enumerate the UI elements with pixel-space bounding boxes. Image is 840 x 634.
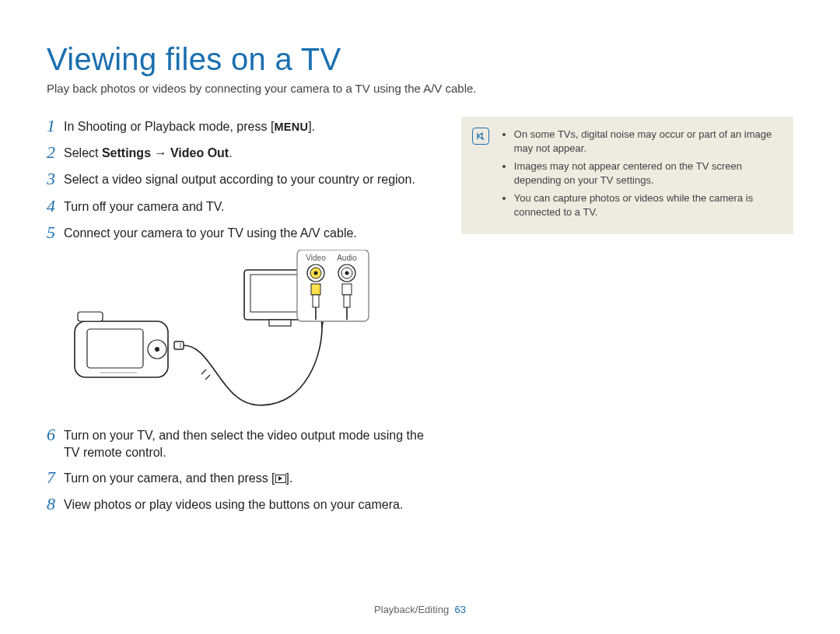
menu-path: Settings → Video Out <box>102 146 229 159</box>
note-list: On some TVs, digital noise may occur or … <box>503 128 781 219</box>
page-subtitle: Play back photos or videos by connecting… <box>47 82 793 95</box>
svg-point-17 <box>345 271 349 275</box>
right-column: On some TVs, digital noise may occur or … <box>461 117 793 522</box>
note-box: On some TVs, digital noise may occur or … <box>461 117 793 234</box>
note-item: On some TVs, digital noise may occur or … <box>514 128 781 155</box>
step-text: Turn on your TV, and then select the vid… <box>64 426 433 461</box>
step-text: Select a video signal output according t… <box>64 170 415 188</box>
svg-rect-5 <box>174 342 184 349</box>
camera-icon <box>75 312 184 377</box>
steps-list: 1 In Shooting or Playback mode, press [M… <box>47 117 433 514</box>
svg-rect-19 <box>313 295 319 307</box>
step-7: 7 Turn on your camera, and then press []… <box>47 468 433 487</box>
page: Viewing files on a TV Play back photos o… <box>0 0 840 634</box>
svg-rect-4 <box>78 312 103 321</box>
page-footer: Playback/Editing 63 <box>0 604 840 615</box>
connection-diagram: Video Audio <box>47 250 433 416</box>
step-1: 1 In Shooting or Playback mode, press [M… <box>47 117 433 135</box>
step-text: Turn off your camera and TV. <box>64 197 224 215</box>
step-text: View photos or play videos using the but… <box>64 495 403 513</box>
left-column: 1 In Shooting or Playback mode, press [M… <box>47 117 433 522</box>
playback-icon <box>275 475 286 483</box>
step-text: Connect your camera to your TV using the… <box>64 223 357 242</box>
svg-rect-18 <box>311 284 320 295</box>
svg-point-3 <box>155 347 159 352</box>
note-icon <box>472 128 489 145</box>
step-number: 8 <box>47 495 64 513</box>
content-columns: 1 In Shooting or Playback mode, press [M… <box>47 117 793 522</box>
step-number: 7 <box>47 468 64 487</box>
step-3: 3 Select a video signal output according… <box>47 170 433 188</box>
svg-rect-10 <box>269 320 291 326</box>
video-jack-label: Video <box>306 254 326 262</box>
footer-section: Playback/Editing <box>374 604 449 615</box>
step-text: Turn on your camera, and then press []. <box>64 468 292 487</box>
step-2: 2 Select Settings → Video Out. <box>47 143 433 162</box>
camera-tv-connection-illustration: Video Audio <box>65 250 423 413</box>
step-number: 4 <box>47 197 64 215</box>
note-item: You can capture photos or videos while t… <box>514 191 781 219</box>
page-title: Viewing files on a TV <box>47 42 793 77</box>
note-item: Images may not appear centered on the TV… <box>514 159 781 187</box>
step-text: In Shooting or Playback mode, press [MEN… <box>64 117 315 135</box>
menu-key: MENU <box>274 121 308 133</box>
av-jack-panel: Video Audio <box>297 250 369 321</box>
step-number: 1 <box>47 117 64 135</box>
step-number: 2 <box>47 143 64 162</box>
step-number: 5 <box>47 223 64 242</box>
svg-point-14 <box>314 271 318 275</box>
step-number: 3 <box>47 170 64 188</box>
svg-rect-21 <box>342 284 352 295</box>
svg-rect-1 <box>87 329 143 368</box>
step-8: 8 View photos or play videos using the b… <box>47 495 433 513</box>
av-cable-icon <box>184 328 322 405</box>
svg-rect-22 <box>344 295 350 307</box>
audio-jack-label: Audio <box>337 254 357 262</box>
footer-page-number: 63 <box>454 604 465 615</box>
step-number: 6 <box>47 426 64 444</box>
step-4: 4 Turn off your camera and TV. <box>47 197 433 215</box>
step-text: Select Settings → Video Out. <box>64 143 233 162</box>
step-6: 6 Turn on your TV, and then select the v… <box>47 426 433 461</box>
step-5: 5 Connect your camera to your TV using t… <box>47 223 433 242</box>
